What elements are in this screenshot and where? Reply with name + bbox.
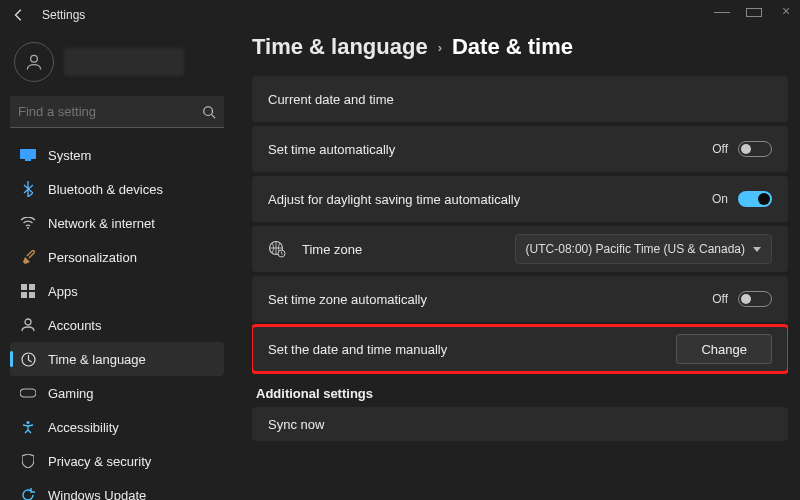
gaming-icon	[20, 385, 36, 401]
search-box[interactable]	[10, 96, 224, 128]
card-sync-now: Sync now	[252, 407, 788, 441]
toggle-state-text: Off	[712, 142, 728, 156]
clock-globe-icon	[20, 351, 36, 367]
sidebar-item-network[interactable]: Network & internet	[10, 206, 224, 240]
sidebar-item-label: Personalization	[48, 250, 137, 265]
toggle-set-timezone-automatically[interactable]: Off	[712, 291, 772, 307]
sidebar-item-label: Apps	[48, 284, 78, 299]
breadcrumb: Time & language › Date & time	[252, 34, 788, 60]
system-icon	[20, 147, 36, 163]
svg-rect-3	[20, 149, 36, 159]
card-label: Set time zone automatically	[268, 292, 427, 307]
card-adjust-dst-automatically: Adjust for daylight saving time automati…	[252, 176, 788, 222]
svg-rect-9	[29, 292, 35, 298]
toggle-state-text: Off	[712, 292, 728, 306]
wifi-icon	[20, 215, 36, 231]
bluetooth-icon	[20, 181, 36, 197]
svg-rect-7	[29, 284, 35, 290]
sidebar: System Bluetooth & devices Network & int…	[0, 30, 234, 500]
apps-icon	[20, 283, 36, 299]
sidebar-item-label: Time & language	[48, 352, 146, 367]
card-label: Set time automatically	[268, 142, 395, 157]
card-label: Adjust for daylight saving time automati…	[268, 192, 520, 207]
main-content: Time & language › Date & time Current da…	[252, 30, 788, 500]
profile-name-redacted	[64, 48, 184, 76]
sidebar-item-label: Accessibility	[48, 420, 119, 435]
sidebar-item-system[interactable]: System	[10, 138, 224, 172]
titlebar: Settings	[0, 0, 800, 30]
svg-point-13	[27, 421, 30, 424]
close-button[interactable]: ×	[778, 4, 794, 19]
svg-rect-6	[21, 284, 27, 290]
toggle-adjust-dst-automatically[interactable]: On	[712, 191, 772, 207]
sidebar-item-personalization[interactable]: Personalization	[10, 240, 224, 274]
toggle-state-text: On	[712, 192, 728, 206]
sidebar-item-label: System	[48, 148, 91, 163]
sidebar-item-bluetooth[interactable]: Bluetooth & devices	[10, 172, 224, 206]
minimize-button[interactable]	[714, 4, 730, 19]
card-label: Time zone	[302, 242, 362, 257]
avatar	[14, 42, 54, 82]
svg-point-10	[25, 319, 31, 325]
section-header-additional: Additional settings	[256, 386, 788, 401]
breadcrumb-parent[interactable]: Time & language	[252, 34, 428, 60]
sidebar-item-label: Privacy & security	[48, 454, 151, 469]
accessibility-icon	[20, 419, 36, 435]
card-current-date-time[interactable]: Current date and time	[252, 76, 788, 122]
sidebar-item-gaming[interactable]: Gaming	[10, 376, 224, 410]
card-time-zone: Time zone (UTC-08:00) Pacific Time (US &…	[252, 226, 788, 272]
card-set-date-time-manually: Set the date and time manually Change	[252, 326, 788, 372]
card-set-timezone-automatically: Set time zone automatically Off	[252, 276, 788, 322]
card-label: Sync now	[268, 417, 324, 432]
update-icon	[20, 487, 36, 500]
sidebar-item-label: Accounts	[48, 318, 101, 333]
maximize-button[interactable]	[746, 4, 762, 19]
globe-clock-icon	[268, 240, 286, 258]
arrow-left-icon	[12, 8, 26, 22]
profile-block[interactable]	[14, 42, 224, 82]
breadcrumb-current: Date & time	[452, 34, 573, 60]
sidebar-item-apps[interactable]: Apps	[10, 274, 224, 308]
toggle-switch-icon	[738, 191, 772, 207]
person-icon	[24, 52, 44, 72]
svg-rect-12	[20, 389, 36, 397]
sidebar-item-windows-update[interactable]: Windows Update	[10, 478, 224, 500]
sidebar-item-label: Bluetooth & devices	[48, 182, 163, 197]
window-controls: ×	[714, 4, 794, 19]
toggle-switch-icon	[738, 291, 772, 307]
sidebar-item-accessibility[interactable]: Accessibility	[10, 410, 224, 444]
accounts-icon	[20, 317, 36, 333]
sidebar-item-label: Gaming	[48, 386, 94, 401]
svg-rect-4	[25, 159, 31, 161]
sidebar-item-accounts[interactable]: Accounts	[10, 308, 224, 342]
chevron-right-icon: ›	[438, 40, 442, 55]
back-button[interactable]	[10, 8, 28, 22]
sidebar-item-privacy[interactable]: Privacy & security	[10, 444, 224, 478]
search-input[interactable]	[18, 104, 202, 119]
svg-rect-8	[21, 292, 27, 298]
nav: System Bluetooth & devices Network & int…	[10, 138, 224, 500]
svg-point-5	[27, 227, 29, 229]
timezone-select[interactable]: (UTC-08:00) Pacific Time (US & Canada)	[515, 234, 772, 264]
shield-icon	[20, 453, 36, 469]
sidebar-item-time-language[interactable]: Time & language	[10, 342, 224, 376]
window-title: Settings	[42, 8, 85, 22]
maximize-icon	[746, 8, 762, 17]
card-set-time-automatically: Set time automatically Off	[252, 126, 788, 172]
paintbrush-icon	[20, 249, 36, 265]
timezone-selected-value: (UTC-08:00) Pacific Time (US & Canada)	[526, 242, 745, 256]
toggle-set-time-automatically[interactable]: Off	[712, 141, 772, 157]
svg-point-0	[31, 55, 38, 62]
card-label: Current date and time	[268, 92, 394, 107]
sidebar-item-label: Windows Update	[48, 488, 146, 501]
toggle-switch-icon	[738, 141, 772, 157]
svg-line-2	[212, 114, 216, 118]
change-button[interactable]: Change	[676, 334, 772, 364]
search-icon	[202, 105, 216, 119]
sidebar-item-label: Network & internet	[48, 216, 155, 231]
card-label: Set the date and time manually	[268, 342, 447, 357]
svg-point-1	[204, 106, 213, 115]
minimize-icon	[714, 12, 730, 13]
change-button-label: Change	[701, 342, 747, 357]
